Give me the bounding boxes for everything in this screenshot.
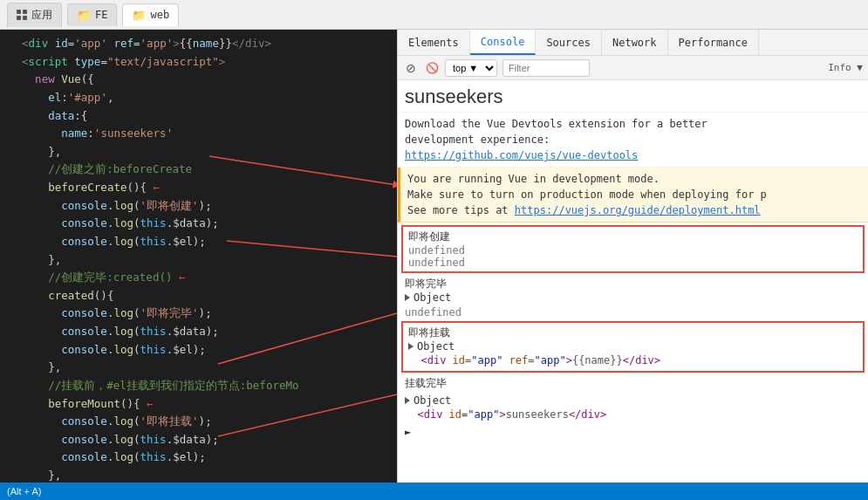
code-line-25: }, [0, 467, 397, 483]
code-line-1: <div id='app' ref='app'>{{name}}</div> [0, 35, 397, 53]
code-line-19: }, [0, 359, 397, 377]
created-group: 即将完毕 Object [398, 275, 868, 305]
code-line-4: el:'#app', [0, 89, 397, 107]
code-line-11: console.log(this.$data); [0, 215, 397, 233]
console-content: sunseekers Download the Vue Devtools ext… [398, 80, 868, 483]
filter-input[interactable] [502, 59, 590, 77]
tab-elements[interactable]: Elements [398, 30, 470, 55]
code-line-3: new Vue({ [0, 71, 397, 89]
info-dropdown[interactable]: Info ▼ [828, 62, 863, 73]
tab-elements-label: Elements [408, 37, 459, 49]
code-line-16: console.log('即将完毕'); [0, 305, 397, 323]
before-create-undefined-2: undefined [408, 257, 858, 269]
code-line-13: }, [0, 251, 397, 270]
before-create-undefined-1: undefined [408, 244, 858, 257]
mounted-group: Object <div id="app">sunseekers</div> [398, 393, 868, 424]
tab-console-label: Console [481, 36, 525, 48]
browser-tab-bar: 应用 📁 FE 📁 web [0, 0, 868, 30]
created-label: 即将完毕 [405, 277, 861, 291]
devtools-panel: Elements Console Sources Network Perform… [397, 30, 868, 483]
code-line-5: data:{ [0, 107, 397, 126]
code-line-6: name:'sunseekers' [0, 125, 397, 143]
tab-fe[interactable]: 📁 FE [67, 3, 117, 26]
code-line-7: }, [0, 143, 397, 161]
code-line-15: created(){ [0, 287, 397, 305]
code-line-14: //创建完毕:created() ← [0, 269, 397, 287]
devtools-toolbar: ⊘ 🚫 top ▼ Info ▼ [398, 56, 868, 80]
context-select[interactable]: top ▼ [445, 59, 497, 77]
before-mount-group: 即将挂载 Object <div id="app" ref="app">{{na… [401, 321, 865, 373]
code-line-2: <script type="text/javascript"> [0, 53, 397, 72]
code-line-9: beforeCreate(){ ← [0, 179, 397, 197]
tab-fe-label: FE [95, 9, 107, 21]
stop-recording-button[interactable]: ⊘ [403, 60, 419, 76]
deployment-link[interactable]: https://vuejs.org/guide/deployment.html [515, 204, 761, 216]
before-create-group: 即将创建 undefined undefined [401, 225, 865, 273]
code-line-21: beforeMount(){ ← [0, 395, 397, 414]
tab-web-label: web [150, 9, 169, 21]
code-line-12: console.log(this.$el); [0, 233, 397, 251]
created-object-label: Object [413, 291, 451, 304]
code-line-18: console.log(this.$el); [0, 341, 397, 360]
tab-sources-label: Sources [546, 37, 591, 49]
devtools-tab-bar: Elements Console Sources Network Perform… [398, 30, 868, 56]
mounted-object: Object [405, 394, 861, 407]
tab-network[interactable]: Network [602, 30, 668, 55]
console-info-message: Download the Vue Devtools extension for … [398, 113, 868, 168]
code-line-8: //创建之前:beforeCreate [0, 161, 397, 179]
tab-sources[interactable]: Sources [536, 30, 602, 55]
before-mount-label: 即将挂载 [408, 325, 858, 340]
status-bar: (Alt + A) [0, 483, 868, 500]
clear-console-button[interactable]: 🚫 [424, 60, 440, 76]
code-content: <div id='app' ref='app'>{{name}}</div> <… [0, 30, 397, 483]
mounted-object-label: Object [413, 394, 451, 407]
code-line-24: console.log(this.$el); [0, 449, 397, 467]
code-line-10: console.log('即将创建'); [0, 197, 397, 216]
tab-web[interactable]: 📁 web [122, 3, 179, 26]
code-line-20: //挂载前，#el挂载到我们指定的节点:beforeMo [0, 377, 397, 395]
before-create-label: 即将创建 [408, 229, 858, 244]
mounted-html: <div id="app">sunseekers</div> [405, 407, 861, 422]
tab-network-label: Network [612, 37, 657, 49]
main-area: <div id='app' ref='app'>{{name}}</div> <… [0, 30, 868, 483]
app-title: sunseekers [398, 80, 868, 113]
tab-performance-label: Performance [679, 37, 748, 49]
tab-performance[interactable]: Performance [668, 30, 759, 55]
triangle-mounted-icon[interactable] [405, 397, 410, 404]
code-line-23: console.log(this.$data); [0, 431, 397, 449]
tab-apps-label: 应用 [31, 8, 52, 23]
code-line-22: console.log('即将挂载'); [0, 413, 397, 431]
grid-icon [17, 10, 27, 20]
tab-apps[interactable]: 应用 [7, 3, 62, 27]
before-mount-object-label: Object [417, 340, 455, 353]
folder-fe-icon: 📁 [77, 9, 91, 22]
created-el-undefined: undefined [398, 305, 868, 319]
triangle-icon[interactable] [405, 294, 410, 301]
triangle-mount-icon[interactable] [408, 343, 413, 350]
status-shortcut: (Alt + A) [7, 486, 41, 497]
console-warn-message: You are running Vue in development mode.… [398, 168, 868, 223]
browser-window: 应用 📁 FE 📁 web <div id='app' ref='app'>{{… [0, 0, 868, 500]
before-mount-html: <div id="app" ref="app">{{name}}</div> [408, 353, 858, 368]
code-line-17: console.log(this.$data); [0, 323, 397, 341]
code-editor: <div id='app' ref='app'>{{name}}</div> <… [0, 30, 397, 483]
created-object: Object [405, 291, 861, 304]
console-caret: ► [398, 424, 868, 440]
tab-console[interactable]: Console [470, 30, 537, 55]
folder-web-icon: 📁 [132, 9, 146, 22]
devtools-link[interactable]: https://github.com/vuejs/vue-devtools [405, 149, 638, 161]
mounted-label: 挂载完毕 [398, 374, 868, 393]
before-mount-object: Object [408, 340, 858, 353]
